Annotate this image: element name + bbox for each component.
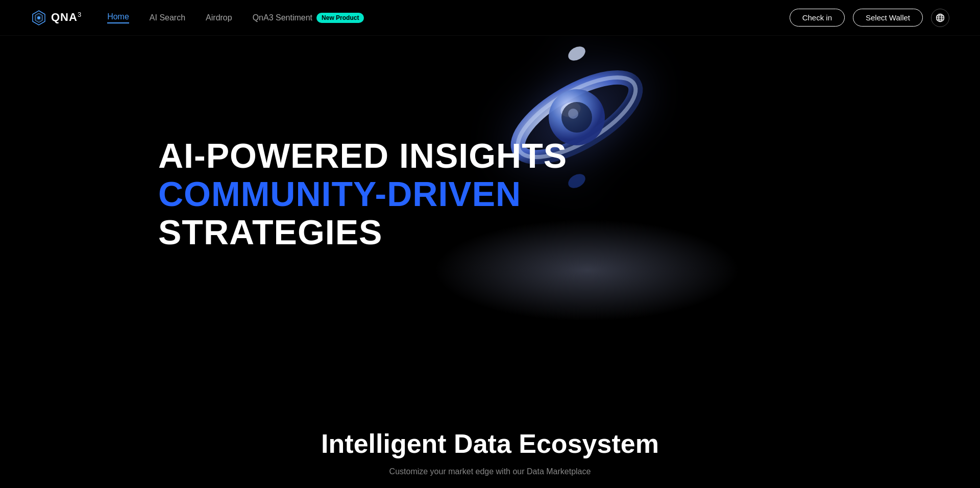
ecosystem-subtitle: Customize your market edge with our Data… (31, 467, 949, 476)
hero-line-2: COMMUNITY-DRIVEN (158, 175, 567, 213)
ecosystem-section: Intelligent Data Ecosystem Customize you… (0, 388, 980, 488)
nav-link-qna3-sentiment-container[interactable]: QnA3 Sentiment New Product (253, 13, 364, 23)
checkin-button[interactable]: Check in (790, 9, 845, 27)
hero-line-1: AI-POWERED INSIGHTS (158, 137, 567, 175)
navbar: QNA3 Home AI Search Airdrop QnA3 Sentime… (0, 0, 980, 36)
nav-link-ai-search[interactable]: AI Search (150, 13, 185, 22)
nav-links: Home AI Search Airdrop QnA3 Sentiment Ne… (107, 12, 364, 23)
new-product-badge[interactable]: New Product (316, 13, 364, 23)
logo[interactable]: QNA3 (31, 10, 82, 26)
nav-link-airdrop[interactable]: Airdrop (206, 13, 232, 22)
nav-link-home[interactable]: Home (107, 12, 129, 23)
svg-point-13 (568, 109, 578, 119)
svg-point-2 (37, 16, 40, 19)
navbar-right: Check in Select Wallet (790, 9, 949, 27)
navbar-left: QNA3 Home AI Search Airdrop QnA3 Sentime… (31, 10, 364, 26)
nav-link-qna3-sentiment[interactable]: QnA3 Sentiment (253, 13, 312, 22)
hero-section: AI-POWERED INSIGHTS COMMUNITY-DRIVEN STR… (0, 0, 980, 388)
logo-text: QNA3 (51, 11, 82, 24)
svg-point-14 (566, 44, 587, 64)
hero-line-3: STRATEGIES (158, 213, 567, 251)
ecosystem-title: Intelligent Data Ecosystem (31, 428, 949, 459)
logo-icon (31, 10, 47, 26)
globe-icon (936, 13, 945, 22)
select-wallet-button[interactable]: Select Wallet (853, 9, 923, 27)
language-button[interactable] (931, 9, 949, 27)
svg-point-15 (566, 171, 587, 191)
hero-content: AI-POWERED INSIGHTS COMMUNITY-DRIVEN STR… (158, 137, 567, 251)
